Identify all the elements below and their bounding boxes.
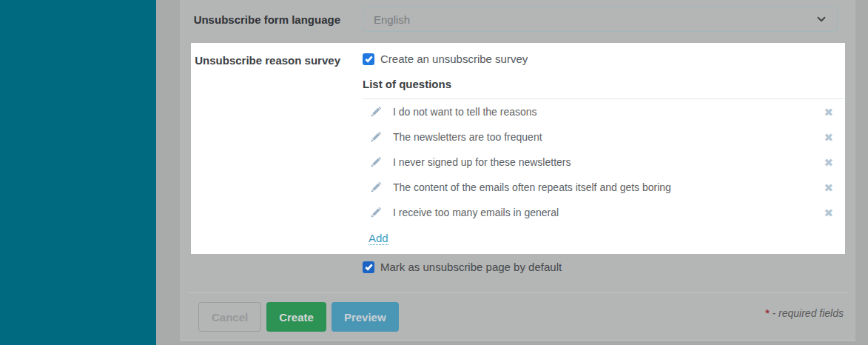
required-fields-note: * - required fields: [765, 307, 844, 319]
chevron-down-icon: [816, 14, 827, 24]
question-text: The newsletters are too frequent: [393, 131, 824, 143]
question-text: I do not want to tell the reasons: [393, 106, 824, 118]
default-page-checkbox-row[interactable]: Mark as unsubscribe page by default: [363, 261, 562, 273]
create-survey-checkbox[interactable]: [363, 53, 374, 65]
question-row: The newsletters are too frequent ✖: [363, 124, 845, 150]
language-select-value: English: [374, 13, 816, 26]
edit-question-icon[interactable]: [370, 131, 382, 143]
language-select[interactable]: English: [363, 7, 838, 32]
delete-question-icon[interactable]: ✖: [824, 182, 833, 193]
create-button[interactable]: Create: [266, 302, 326, 332]
form-row-language: Unsubscribe form language English: [180, 0, 855, 38]
survey-content: Create an unsubscribe survey List of que…: [340, 43, 845, 254]
form-row-default-page: Mark as unsubscribe page by default: [363, 261, 562, 273]
questions-list: I do not want to tell the reasons ✖ The …: [363, 99, 845, 225]
delete-question-icon[interactable]: ✖: [824, 107, 833, 118]
question-row: I do not want to tell the reasons ✖: [363, 99, 845, 124]
question-text: I never signed up for these newsletters: [393, 156, 824, 168]
questions-list-header: List of questions: [363, 78, 845, 90]
create-survey-checkbox-label: Create an unsubscribe survey: [380, 53, 528, 65]
question-text: The content of the emails often repeats …: [393, 181, 824, 193]
survey-label: Unsubscribe reason survey: [191, 43, 340, 254]
preview-button[interactable]: Preview: [332, 302, 399, 332]
delete-question-icon[interactable]: ✖: [824, 132, 833, 143]
question-row: I never signed up for these newsletters …: [363, 150, 845, 175]
footer-buttons: Cancel Create Preview: [198, 302, 399, 332]
sidebar-nav: [0, 0, 156, 345]
delete-question-icon[interactable]: ✖: [824, 207, 833, 218]
required-note-text: - required fields: [770, 307, 844, 319]
question-row: The content of the emails often repeats …: [363, 175, 845, 200]
language-label: Unsubscribe form language: [180, 13, 340, 26]
default-page-checkbox[interactable]: [363, 261, 374, 273]
checkmark-icon: [365, 55, 373, 63]
checkmark-icon: [365, 263, 373, 271]
add-question-link[interactable]: Add: [369, 232, 388, 245]
edit-question-icon[interactable]: [370, 106, 382, 118]
question-text: I receive too many emails in general: [393, 207, 824, 218]
cancel-button[interactable]: Cancel: [198, 302, 261, 332]
unsubscribe-form-card: Unsubscribe form language English Unsubs…: [180, 0, 855, 341]
default-page-checkbox-label: Mark as unsubscribe page by default: [380, 261, 562, 273]
edit-question-icon[interactable]: [370, 207, 382, 218]
question-row: I receive too many emails in general ✖: [363, 200, 845, 225]
edit-question-icon[interactable]: [370, 181, 382, 193]
footer-divider: [188, 292, 847, 293]
edit-question-icon[interactable]: [370, 156, 382, 168]
create-survey-checkbox-row[interactable]: Create an unsubscribe survey: [363, 53, 845, 65]
delete-question-icon[interactable]: ✖: [824, 157, 833, 168]
survey-spotlight-panel: Unsubscribe reason survey Create an unsu…: [191, 43, 845, 254]
